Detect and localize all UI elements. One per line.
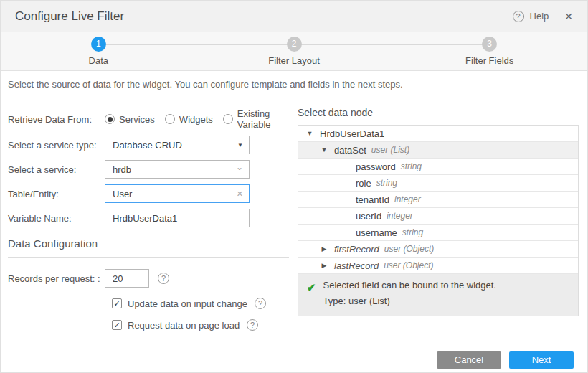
step-label: Data (1, 55, 196, 66)
title-bar: Configure Live Filter ? Help ✕ (1, 1, 587, 32)
tree-node-type: string (376, 178, 397, 188)
variable-name-row: Variable Name: HrdbUserData1 (8, 209, 293, 227)
retrieve-data-label: Retrieve Data From: (8, 114, 105, 125)
service-type-row: Select a service type: Database CRUD ▼ (8, 136, 293, 154)
step-number-badge: 2 (287, 37, 302, 52)
description-text: Select the source of data for the widget… (8, 79, 403, 90)
radio-circle-icon (223, 114, 233, 124)
main-content: Retrieve Data From: ServicesWidgetsExist… (1, 98, 587, 341)
tree-node-type: integer (394, 194, 421, 204)
tree-rows: ▼HrdbUserData1▼dataSetuser (List)passwor… (298, 126, 578, 274)
service-dropdown[interactable]: hrdb ⌄ (105, 160, 250, 179)
tree-node-tenantid[interactable]: tenantIdinteger (298, 192, 578, 208)
variable-name-input[interactable]: HrdbUserData1 (105, 209, 250, 227)
data-source-form: Retrieve Data From: ServicesWidgetsExist… (1, 98, 293, 341)
data-node-panel: Select data node ▼HrdbUserData1▼dataSetu… (293, 98, 587, 341)
service-type-value: Database CRUD (113, 140, 182, 151)
table-entity-input[interactable]: User ✕ (105, 184, 250, 203)
step-number-badge: 1 (91, 37, 106, 52)
arrow-expanded-icon[interactable]: ▼ (320, 146, 328, 154)
radio-existing-variable[interactable]: Existing Variable (223, 108, 293, 130)
help-link[interactable]: Help (530, 11, 549, 22)
tree-node-type: integer (387, 211, 413, 221)
stepper-steps: 1Data2Filter Layout3Filter Fields (1, 32, 587, 70)
step-label: Filter Layout (196, 55, 392, 66)
checkbox-request-data-on-page-load[interactable]: ✓ (112, 320, 122, 330)
stepper-step-filter-layout[interactable]: 2Filter Layout (196, 37, 392, 70)
variable-name-value: HrdbUserData1 (113, 213, 177, 224)
binding-message-line2: Type: user (List) (323, 296, 496, 306)
binding-message-line1: Selected field can be bound to the widge… (323, 280, 496, 291)
step-label: Filter Fields (392, 55, 587, 66)
records-per-request-label: Records per request: : (8, 273, 105, 284)
tree-node-name: HrdbUserData1 (320, 128, 384, 139)
service-value: hrdb (113, 164, 131, 175)
close-icon[interactable]: ✕ (564, 11, 573, 22)
tree-node-userid[interactable]: userIdinteger (298, 208, 578, 225)
records-per-request-input[interactable]: 20 (105, 269, 149, 288)
checkbox-label: Update data on input change (128, 298, 247, 309)
service-label: Select a service: (8, 164, 105, 175)
checkbox-label: Request data on page load (128, 320, 240, 331)
radio-widgets[interactable]: Widgets (165, 114, 213, 125)
success-check-icon: ✔ (307, 281, 316, 307)
checkbox-update-data-on-input-change[interactable]: ✓ (112, 298, 122, 308)
records-per-request-row: Records per request: : 20 ? (8, 269, 293, 288)
step-number-badge: 3 (482, 37, 497, 52)
service-type-label: Select a service type: (8, 140, 105, 151)
tree-node-username[interactable]: usernamestring (298, 225, 578, 241)
help-icon[interactable]: ? (513, 11, 524, 22)
tree-node-type: user (List) (371, 145, 409, 155)
checkbox-help-icon[interactable]: ? (255, 298, 266, 309)
description-bar: Select the source of data for the widget… (1, 71, 587, 98)
tree-node-name: dataSet (334, 145, 366, 156)
checkbox-area: ✓Update data on input change?✓Request da… (8, 298, 293, 331)
checkbox-help-icon[interactable]: ? (247, 319, 258, 331)
tree-node-lastrecord[interactable]: ▶lastRecorduser (Object) (298, 258, 578, 274)
tree-node-name: tenantId (356, 194, 389, 205)
data-configuration-heading: Data Configuration (8, 237, 293, 250)
tree-node-hrdbuserdata1[interactable]: ▼HrdbUserData1 (298, 126, 578, 142)
records-per-request-value: 20 (113, 273, 123, 284)
arrow-expanded-icon[interactable]: ▼ (305, 130, 314, 137)
variable-name-label: Variable Name: (8, 213, 105, 224)
arrow-collapsed-icon[interactable]: ▶ (320, 262, 328, 269)
wizard-stepper: 1Data2Filter Layout3Filter Fields (1, 32, 587, 71)
titlebar-actions: ? Help ✕ (513, 11, 573, 22)
tree-node-password[interactable]: passwordstring (298, 159, 578, 175)
checkbox-row-update-data-on-input-change: ✓Update data on input change? (112, 298, 293, 309)
radio-label: Existing Variable (237, 108, 293, 130)
radio-circle-icon (165, 114, 175, 124)
chevron-down-icon: ⌄ (236, 162, 243, 172)
binding-message-text: Selected field can be bound to the widge… (323, 280, 496, 307)
next-button[interactable]: Next (509, 351, 574, 369)
tree-node-type: user (Object) (384, 244, 434, 254)
radio-label: Widgets (179, 114, 213, 125)
table-entity-label: Table/Entity: (8, 189, 105, 199)
stepper-step-data[interactable]: 1Data (1, 37, 196, 70)
binding-message: ✔ Selected field can be bound to the wid… (298, 274, 578, 316)
radio-circle-icon (105, 114, 115, 124)
table-entity-value: User (113, 189, 132, 199)
stepper-step-filter-fields[interactable]: 3Filter Fields (392, 37, 587, 70)
arrow-collapsed-icon[interactable]: ▶ (320, 245, 328, 252)
clear-icon[interactable]: ✕ (237, 189, 243, 199)
records-help-icon[interactable]: ? (158, 273, 169, 284)
tree-node-type: string (401, 161, 422, 171)
radio-label: Services (119, 114, 155, 125)
tree-node-name: lastRecord (334, 260, 379, 271)
tree-node-role[interactable]: rolestring (298, 175, 578, 192)
tree-node-dataset[interactable]: ▼dataSetuser (List) (298, 142, 578, 159)
retrieve-data-radio-group: ServicesWidgetsExisting Variable (105, 108, 293, 130)
service-row: Select a service: hrdb ⌄ (8, 160, 293, 179)
select-data-node-heading: Select data node (298, 107, 579, 118)
tree-node-firstrecord[interactable]: ▶firstRecorduser (Object) (298, 241, 578, 258)
radio-services[interactable]: Services (105, 114, 155, 125)
cancel-button[interactable]: Cancel (437, 351, 501, 369)
tree-node-name: password (356, 161, 396, 172)
service-type-dropdown[interactable]: Database CRUD ▼ (105, 136, 250, 154)
retrieve-data-row: Retrieve Data From: ServicesWidgetsExist… (8, 108, 293, 130)
checkbox-row-request-data-on-page-load: ✓Request data on page load? (112, 319, 293, 331)
section-divider (8, 257, 289, 258)
configure-live-filter-dialog: Configure Live Filter ? Help ✕ 1Data2Fil… (0, 0, 588, 373)
